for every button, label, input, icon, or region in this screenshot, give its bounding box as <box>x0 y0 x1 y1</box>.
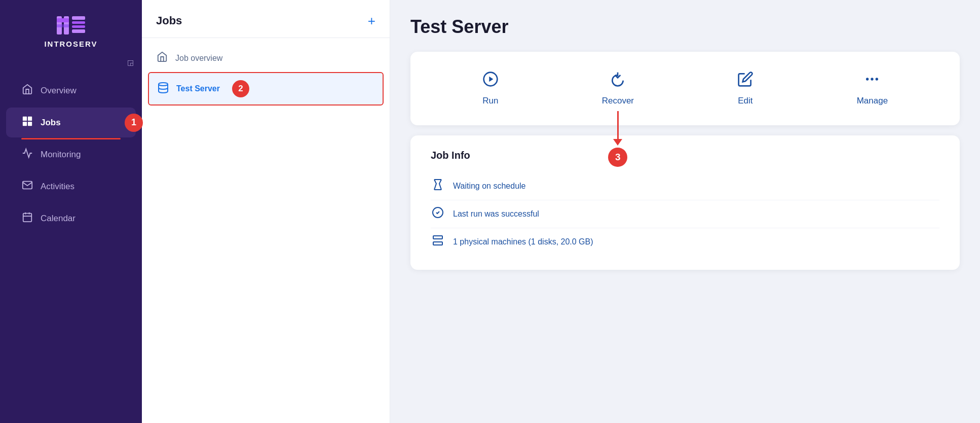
svg-marker-18 <box>489 77 493 82</box>
job-item-test-server[interactable]: Test Server 2 <box>148 72 384 105</box>
svg-rect-5 <box>72 21 85 24</box>
page-title: Test Server <box>410 16 960 38</box>
badge-2: 2 <box>232 80 249 97</box>
sidebar-item-calendar[interactable]: Calendar <box>6 203 136 233</box>
sidebar-item-overview[interactable]: Overview <box>6 76 136 105</box>
svg-point-19 <box>866 78 869 80</box>
manage-button[interactable]: Manage <box>845 66 900 111</box>
job-item-label: Test Server <box>176 84 220 93</box>
recover-label: Recover <box>602 96 634 106</box>
server-icon <box>431 234 445 250</box>
jobs-header: Jobs + <box>142 0 390 38</box>
svg-rect-7 <box>72 29 85 33</box>
svg-rect-9 <box>28 117 32 121</box>
run-label: Run <box>482 96 498 106</box>
edit-icon <box>737 71 753 91</box>
recover-icon <box>610 71 626 91</box>
sidebar-item-label: Jobs <box>41 118 61 128</box>
home-icon <box>21 84 33 97</box>
hourglass-icon <box>431 179 445 194</box>
svg-rect-10 <box>23 122 27 126</box>
calendar-icon <box>21 211 33 225</box>
main-content: Test Server Run <box>390 0 980 423</box>
jobs-panel: Jobs + Job overview Test Server <box>142 0 390 423</box>
sidebar-item-label: Monitoring <box>41 150 81 160</box>
sidebar-item-monitoring[interactable]: Monitoring <box>6 139 136 169</box>
logo-text: INTROSERV <box>44 40 97 48</box>
action-card: Run Recover 3 <box>410 52 960 125</box>
svg-rect-2 <box>57 18 69 22</box>
info-row-machines-text: 1 physical machines (1 disks, 20.0 GB) <box>453 237 593 246</box>
jobs-icon <box>21 116 33 129</box>
add-job-button[interactable]: + <box>368 14 375 27</box>
info-row-machines: 1 physical machines (1 disks, 20.0 GB) <box>431 228 939 256</box>
badge-1: 1 <box>125 114 143 132</box>
job-item-overview[interactable]: Job overview <box>142 44 390 72</box>
recover-container: Recover 3 <box>590 66 646 111</box>
logo-icon <box>56 14 86 37</box>
collapse-button[interactable]: ◲ <box>127 58 134 66</box>
job-overview-icon <box>156 51 168 65</box>
sidebar: INTROSERV ◲ Overview J <box>0 0 142 423</box>
sidebar-item-label: Overview <box>41 86 77 96</box>
manage-label: Manage <box>857 96 888 106</box>
jobs-list: Job overview Test Server 2 <box>142 38 390 423</box>
arrow-line <box>617 111 619 139</box>
svg-rect-4 <box>72 16 85 20</box>
edit-label: Edit <box>738 96 752 106</box>
activities-icon <box>21 180 33 193</box>
job-info-title: Job Info <box>431 150 939 161</box>
svg-point-20 <box>871 78 874 80</box>
sidebar-logo: INTROSERV <box>0 0 142 58</box>
run-button[interactable]: Run <box>470 66 511 111</box>
more-icon <box>864 71 880 91</box>
svg-rect-11 <box>28 122 32 126</box>
svg-rect-12 <box>23 214 32 222</box>
edit-button[interactable]: Edit <box>725 66 766 111</box>
svg-rect-23 <box>433 236 442 239</box>
sidebar-nav: Overview Jobs 1 Monitoring <box>0 70 142 423</box>
info-row-schedule-text: Waiting on schedule <box>453 182 526 191</box>
monitoring-icon <box>21 148 33 161</box>
sidebar-item-activities[interactable]: Activities <box>6 171 136 201</box>
job-item-label: Job overview <box>175 54 222 63</box>
job-info-card: Job Info Waiting on schedule Last run wa… <box>410 135 960 270</box>
info-row-schedule: Waiting on schedule <box>431 172 939 200</box>
sidebar-item-label: Calendar <box>41 214 76 224</box>
jobs-panel-title: Jobs <box>156 14 182 27</box>
run-icon <box>482 71 499 91</box>
info-row-last-run: Last run was successful <box>431 200 939 228</box>
svg-rect-3 <box>57 24 69 27</box>
sidebar-item-label: Activities <box>41 182 74 192</box>
check-circle-icon <box>431 206 445 222</box>
svg-rect-24 <box>433 242 442 245</box>
svg-rect-8 <box>23 117 27 121</box>
svg-point-21 <box>876 78 878 80</box>
info-row-last-run-text: Last run was successful <box>453 209 539 219</box>
svg-point-16 <box>159 83 168 86</box>
sidebar-item-jobs[interactable]: Jobs 1 <box>6 108 136 137</box>
recover-button[interactable]: Recover <box>590 66 646 111</box>
job-server-icon <box>157 82 169 96</box>
svg-rect-6 <box>72 25 85 28</box>
